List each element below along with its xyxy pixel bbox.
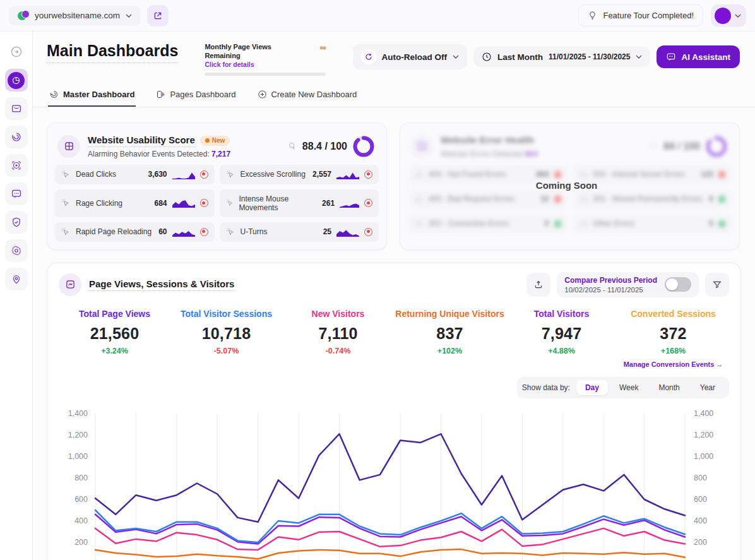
view-recordings-icon[interactable] [364, 228, 372, 236]
account-menu[interactable] [711, 4, 746, 27]
page-header: Main Dashboards Monthly Page Views Remai… [33, 32, 755, 76]
view-recordings-icon[interactable] [200, 170, 208, 179]
usability-score: 88.4 / 100 [302, 141, 347, 152]
view-recordings-icon[interactable] [364, 170, 372, 179]
page-title: Main Dashboards [47, 42, 178, 63]
sparkline [336, 227, 359, 237]
metric-label: Excessive Scrolling [241, 170, 306, 179]
metric-returning-unique-visitors[interactable]: Returning Unique Visitors 837 +102% [394, 309, 506, 368]
error-health-card-icon [410, 135, 433, 158]
show-by-day[interactable]: Day [576, 380, 608, 395]
svg-text:400: 400 [74, 516, 88, 525]
tab-create-new-dashboard[interactable]: Create New Dashboard [256, 86, 359, 107]
usability-metric-excessive-scrolling[interactable]: Excessive Scrolling 2,557 [220, 165, 379, 184]
sidebar-item-visitor-location[interactable] [5, 268, 28, 290]
view-recordings-icon[interactable] [200, 199, 208, 207]
clock-icon [482, 52, 492, 62]
error-health-title: Website Error Health [441, 134, 534, 147]
show-by-month[interactable]: Month [650, 380, 688, 395]
svg-text:1,000: 1,000 [694, 452, 713, 461]
site-logo-icon [18, 10, 29, 21]
metric-value: 864 [536, 170, 549, 179]
metric-total-visitor-sessions[interactable]: Total Visitor Sessions 10,718 -5.07% [170, 309, 282, 368]
metric-label: New Visitors [282, 309, 394, 319]
metric-total-page-views[interactable]: Total Page Views 21,560 +3.24% [59, 309, 170, 368]
filter-icon [712, 280, 722, 290]
metric-change: +3.24% [59, 347, 170, 355]
view-recordings-icon[interactable] [200, 228, 208, 236]
sidebar-item-recordings[interactable] [5, 154, 28, 177]
error-metric-400[interactable]: 400 - Bad Request Errors 12 [408, 189, 568, 209]
export-button[interactable] [526, 273, 550, 297]
manage-conversion-events-link[interactable]: Manage Conversion Events → [617, 360, 729, 368]
sparkline [172, 227, 195, 237]
error-metric-302[interactable]: 302 - Connection Errors 0 [408, 214, 568, 234]
usability-metric-dead-clicks[interactable]: Dead Clicks 3,630 [55, 165, 215, 184]
chevron-down-icon [453, 54, 459, 60]
status-dot [718, 220, 725, 227]
metric-value: 12 [540, 194, 549, 203]
usability-metric-u-turns[interactable]: U-Turns 25 [220, 222, 379, 242]
tab-master-dashboard[interactable]: Master Dashboard [48, 86, 136, 107]
metric-change: -5.07% [170, 347, 282, 355]
sidebar-item-session-replays[interactable] [5, 126, 28, 148]
external-link-icon [153, 11, 163, 21]
compare-previous-period: Compare Previous Period 10/02/2025 - 11/… [557, 272, 699, 297]
ai-assistant-button[interactable]: AI Assistant [657, 45, 740, 68]
metric-value: 0 [545, 219, 549, 228]
error-metric-other[interactable]: Other Errors 0 [573, 214, 732, 234]
metric-change: +102% [394, 347, 506, 355]
usability-metric-rapid-page-reloading[interactable]: Rapid Page Reloading 60 [55, 222, 215, 242]
site-selector[interactable]: yourwebsitename.com [9, 6, 141, 26]
sidebar-item-mail[interactable] [5, 97, 28, 120]
metric-value: 0 [709, 194, 713, 203]
date-range-picker[interactable]: Last Month 11/01/2025 - 11/30/2025 [473, 47, 650, 67]
error-metric-301[interactable]: 301 - Moved Permanently Errors 0 [573, 189, 732, 209]
metric-new-visitors[interactable]: New Visitors 7,110 -0.74% [282, 309, 394, 368]
site-domain: yourwebsitename.com [35, 11, 120, 20]
usability-score-donut [352, 135, 375, 158]
show-by-year[interactable]: Year [691, 380, 724, 395]
filter-button[interactable] [705, 273, 729, 297]
show-by-week[interactable]: Week [610, 380, 647, 395]
svg-text:600: 600 [74, 495, 88, 504]
sidebar-item-dashboards[interactable] [5, 69, 28, 92]
cloud-error-icon [579, 194, 588, 204]
metric-converted-sessions[interactable]: Converted Sessions 372 +168% Manage Conv… [617, 309, 729, 368]
quota-details-link[interactable]: Click for details [205, 61, 326, 68]
usability-metric-intense-mouse-movements[interactable]: Intense Mouse Movements 261 [220, 189, 379, 217]
metric-label: Rapid Page Reloading [76, 227, 152, 236]
chart-summary-metrics: Total Page Views 21,560 +3.24% Total Vis… [59, 309, 729, 368]
lightbulb-icon [588, 11, 597, 20]
cloud-error-icon [579, 170, 588, 179]
svg-text:1,400: 1,400 [694, 409, 713, 418]
view-recordings-icon[interactable] [364, 199, 372, 207]
metric-value: 7,947 [506, 325, 617, 343]
auto-reload-dropdown[interactable]: Auto-Reload Off [353, 44, 468, 69]
svg-text:800: 800 [74, 474, 88, 482]
compare-toggle[interactable] [665, 277, 691, 292]
metric-value: 25 [323, 227, 331, 236]
svg-text:1,200: 1,200 [694, 431, 713, 439]
svg-text:1,000: 1,000 [68, 452, 88, 461]
usability-metric-rage-clicking[interactable]: Rage Clicking 684 [55, 189, 215, 217]
sidebar-item-feedback[interactable] [5, 182, 28, 205]
sparkline [340, 198, 359, 208]
page-views-quota: Monthly Page Views Remaining ∞ Click for… [205, 42, 326, 76]
collapse-sidebar-icon[interactable] [5, 40, 28, 63]
sparkline [336, 170, 359, 179]
open-site-button[interactable] [147, 5, 169, 27]
coming-soon-overlay: Coming Soon [536, 180, 598, 191]
line-chart[interactable]: 11/01/202511/03/202511/05/202511/07/2025… [59, 405, 729, 560]
metric-value: 10,718 [170, 325, 282, 343]
sidebar-item-settings[interactable] [5, 239, 28, 262]
sidebar-item-privacy[interactable] [5, 211, 28, 234]
show-data-by-label: Show data by: [522, 383, 570, 392]
chevron-down-icon [636, 54, 642, 60]
tab-pages-dashboard[interactable]: Pages Dashboard [155, 86, 237, 107]
metric-total-visitors[interactable]: Total Visitors 7,947 +4.88% [506, 309, 617, 368]
metric-value: 2,557 [312, 170, 331, 179]
chevron-down-icon [735, 13, 741, 19]
feature-tour-button[interactable]: Feature Tour Completed! [578, 4, 703, 27]
metric-label: Other Errors [593, 219, 635, 228]
